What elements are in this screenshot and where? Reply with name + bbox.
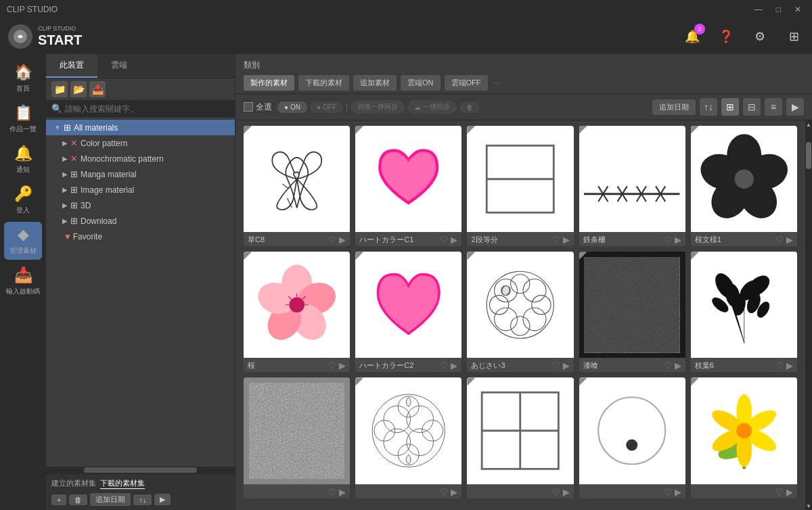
tree-item-all[interactable]: ▼ ⊞ All materials	[46, 120, 235, 135]
material-card-4[interactable]: 鉄条柵 ♡ ▶	[579, 126, 685, 246]
scrollbar-thumb[interactable]	[806, 142, 811, 169]
material-card-13[interactable]: ♡ ▶	[467, 377, 573, 498]
tree-item-mono[interactable]: ▶ ✕ Monochromatic pattern	[54, 151, 235, 166]
tab-device[interactable]: 此裝置	[46, 54, 97, 78]
sort-date-button[interactable]: 追加日期	[90, 493, 131, 506]
minimize-button[interactable]: —	[750, 5, 767, 14]
material-card-8[interactable]: あじさい3 ♡ ▶	[467, 252, 573, 372]
toggle-on-button[interactable]: ● ON	[277, 101, 307, 113]
left-tab-downloaded[interactable]: 下載的素材集	[100, 478, 145, 489]
favorite-btn-15[interactable]: ♡	[775, 487, 784, 497]
material-card-12[interactable]: ♡ ▶	[355, 377, 461, 498]
goto-btn-5[interactable]: ▶	[786, 235, 793, 245]
favorite-btn-12[interactable]: ♡	[440, 487, 448, 497]
goto-btn-6[interactable]: ▶	[339, 361, 346, 371]
goto-btn-14[interactable]: ▶	[675, 487, 681, 497]
filter-btn-created[interactable]: 製作的素材	[244, 75, 294, 91]
sidebar-item-notice[interactable]: 🔔 通知	[4, 141, 42, 179]
favorite-btn-13[interactable]: ♡	[552, 487, 560, 497]
favorite-btn-10[interactable]: ♡	[775, 361, 784, 371]
goto-btn-4[interactable]: ▶	[675, 235, 681, 245]
material-card-14[interactable]: ♡ ▶	[579, 377, 685, 498]
left-tab-created[interactable]: 建立的素材集	[51, 478, 96, 489]
toggle-off-button[interactable]: ● OFF	[310, 101, 343, 113]
sidebar-item-manage[interactable]: ◆ 管理素材	[4, 222, 42, 260]
sort-toggle-button[interactable]: ↑↓	[133, 494, 152, 505]
delete-collection-button[interactable]: 🗑	[69, 494, 87, 505]
favorite-btn-5[interactable]: ♡	[775, 235, 784, 245]
material-card-3[interactable]: 2段等分 ♡ ▶	[467, 126, 573, 246]
maximize-button[interactable]: □	[772, 5, 785, 14]
material-thumb-2	[355, 126, 461, 232]
favorite-btn-11[interactable]: ♡	[328, 487, 336, 497]
material-card-15[interactable]: ♡ ▶	[691, 377, 797, 498]
filter-btn-cloud-off[interactable]: 雲端OFF	[445, 75, 488, 91]
tree-item-3d[interactable]: ▶ ⊞ 3D	[54, 198, 235, 213]
sort-date-btn[interactable]: 追加日期	[652, 99, 696, 115]
filter-btn-downloaded[interactable]: 下載的素材	[298, 75, 349, 91]
select-all-checkbox[interactable]: 全選	[244, 101, 272, 113]
left-scrollbar[interactable]	[46, 467, 235, 473]
view-small-grid-button[interactable]: ⊟	[743, 98, 761, 116]
favorite-btn-14[interactable]: ♡	[664, 487, 672, 497]
goto-btn-9[interactable]: ▶	[675, 361, 681, 371]
favorite-btn-9[interactable]: ♡	[664, 361, 672, 371]
favorite-btn-8[interactable]: ♡	[552, 361, 560, 371]
material-card-9[interactable]: 漆喰 ♡ ▶	[579, 252, 685, 372]
goto-btn-10[interactable]: ▶	[786, 361, 793, 371]
material-card-2[interactable]: ハートカラーC1 ♡ ▶	[355, 126, 461, 246]
export-button[interactable]: 📤	[89, 81, 106, 97]
goto-btn-8[interactable]: ▶	[563, 361, 570, 371]
view-large-grid-button[interactable]: ⊞	[721, 98, 739, 116]
grid-menu-button[interactable]: ⊞	[784, 26, 804, 47]
tree-item-download[interactable]: ▶ ⊞ Download	[54, 213, 235, 229]
goto-btn-3[interactable]: ▶	[563, 235, 570, 245]
sort-order-button[interactable]: ↑↓	[700, 98, 717, 116]
goto-btn-13[interactable]: ▶	[563, 487, 570, 497]
sync-button[interactable]: ☁ 一併同步	[407, 100, 457, 114]
goto-btn-11[interactable]: ▶	[339, 487, 346, 497]
sidebar-item-home[interactable]: 🏠 首頁	[4, 60, 42, 97]
sidebar-item-works[interactable]: 📋 作品一覽	[4, 100, 42, 138]
notification-button[interactable]: 🔔 2	[682, 26, 702, 47]
goto-btn-15[interactable]: ▶	[786, 487, 793, 497]
content-scrollbar[interactable]: ▲ ▼	[805, 120, 812, 510]
material-card-11[interactable]: ♡ ▶	[244, 377, 350, 498]
expand-right-button[interactable]: ▶	[786, 98, 804, 116]
material-card-1[interactable]: 草C8 ♡ ▶	[244, 126, 350, 246]
goto-btn-12[interactable]: ▶	[451, 487, 457, 497]
goto-btn-1[interactable]: ▶	[339, 235, 346, 245]
search-input[interactable]	[65, 104, 229, 114]
tab-cloud[interactable]: 雲端	[97, 54, 141, 78]
sidebar-item-login[interactable]: 🔑 登入	[4, 181, 42, 219]
expand-button[interactable]: ▶	[154, 494, 171, 505]
material-card-5[interactable]: 桜文様1 ♡ ▶	[691, 126, 797, 246]
favorite-btn-2[interactable]: ♡	[440, 235, 448, 245]
delete-button[interactable]: 🗑	[459, 101, 480, 113]
favorite-btn-4[interactable]: ♡	[664, 235, 672, 245]
new-folder-button[interactable]: 📁	[51, 81, 68, 97]
material-card-10[interactable]: 枝葉6 ♡ ▶	[691, 252, 797, 372]
favorite-btn-1[interactable]: ♡	[328, 235, 336, 245]
sidebar-item-input[interactable]: 📥 輸入啟動碼	[4, 262, 42, 300]
tree-item-favorite[interactable]: ♥ Favorite	[54, 229, 235, 244]
add-collection-button[interactable]: +	[51, 494, 66, 505]
tree-item-image[interactable]: ▶ ⊞ Image material	[54, 182, 235, 198]
filter-btn-added[interactable]: 追加素材	[353, 75, 397, 91]
close-button[interactable]: ✕	[790, 5, 805, 14]
favorite-btn-3[interactable]: ♡	[552, 235, 560, 245]
favorite-btn-6[interactable]: ♡	[328, 361, 336, 371]
goto-btn-2[interactable]: ▶	[451, 235, 457, 245]
settings-button[interactable]: ⚙	[750, 26, 770, 47]
material-card-7[interactable]: ハートカラーC2 ♡ ▶	[355, 252, 461, 372]
folder-button[interactable]: 📂	[70, 81, 87, 97]
switch-sync-button[interactable]: 切換一併同步	[351, 100, 405, 114]
tree-item-color[interactable]: ▶ ✕ Color pattern	[54, 135, 235, 151]
help-button[interactable]: ❓	[716, 26, 736, 47]
filter-btn-cloud-on[interactable]: 雲端ON	[401, 75, 441, 91]
goto-btn-7[interactable]: ▶	[451, 361, 457, 371]
favorite-btn-7[interactable]: ♡	[440, 361, 448, 371]
view-list-button[interactable]: ≡	[765, 98, 782, 116]
material-card-6[interactable]: 桜 ♡ ▶	[244, 252, 350, 372]
tree-item-manga[interactable]: ▶ ⊞ Manga material	[54, 166, 235, 182]
